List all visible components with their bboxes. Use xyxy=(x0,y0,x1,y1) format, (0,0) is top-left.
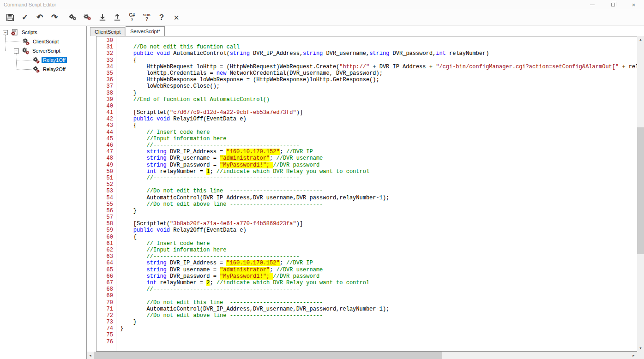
code-line: AutomaticControl(DVR_IP_Address,DVR_user… xyxy=(120,306,637,312)
scroll-right-button[interactable]: ► xyxy=(630,352,637,359)
sdk-help-button[interactable]: SDK ? xyxy=(139,11,154,24)
vertical-scroll-track[interactable] xyxy=(637,43,644,345)
line-number: 50 xyxy=(96,168,113,175)
tree-item-label: Scripts xyxy=(20,29,39,36)
collapse-icon[interactable]: − xyxy=(3,30,8,35)
line-number: 39 xyxy=(96,96,113,103)
code-line: // Insert code here xyxy=(120,129,637,136)
code-token: + DVR_IP_Address + xyxy=(369,64,436,70)
toolbar: ✓ ↶ ↷ C# ? SDK ? ? × xyxy=(0,9,644,26)
vertical-scroll-thumb[interactable] xyxy=(637,127,644,254)
code-line: AutomaticControl(DVR_IP_Address,DVR_user… xyxy=(120,195,637,201)
code-line: int relayNumber = 1; //indicate which DV… xyxy=(120,168,637,175)
code-token: public xyxy=(133,227,153,233)
close-editor-button[interactable]: × xyxy=(169,11,184,24)
code-token: } xyxy=(120,319,137,325)
export-button[interactable] xyxy=(110,11,125,24)
editor-content: 3031323334353637383940414243444546474849… xyxy=(87,36,644,352)
tree-item-relay2off[interactable]: Relay2Off xyxy=(0,65,86,74)
code-token: "c7d677c9-d12d-4a22-9cbf-eb53a7ed73fd" xyxy=(170,109,296,116)
line-number: 72 xyxy=(96,312,113,319)
tree-item-clientscript[interactable]: ClientScript xyxy=(0,37,86,46)
scroll-up-button[interactable]: ▲ xyxy=(637,36,644,43)
code-line xyxy=(120,103,637,109)
save-button[interactable] xyxy=(3,11,18,24)
code-token xyxy=(120,155,147,162)
code-line: //Input information here xyxy=(120,247,637,253)
code-token: Relay1Off(EventData e) xyxy=(170,116,247,122)
code-token: )] xyxy=(296,221,303,227)
tree-item-scripts[interactable]: − Scripts xyxy=(0,28,86,37)
code-token: + relayNumber.To xyxy=(619,64,637,70)
tab-serverscript[interactable]: ServerScript* xyxy=(126,26,165,36)
code-area[interactable]: //Do not edit this fucntion call public … xyxy=(116,37,637,351)
code-token: } xyxy=(120,208,137,214)
code-token: ; xyxy=(270,267,276,273)
vertical-scrollbar[interactable]: ▲ ▼ xyxy=(637,36,644,352)
horizontal-scrollbar[interactable]: ◄ ► xyxy=(87,352,637,359)
redo-button[interactable]: ↷ xyxy=(47,11,62,24)
undo-button[interactable]: ↶ xyxy=(32,11,47,24)
line-number: 33 xyxy=(96,57,113,64)
undo-icon: ↶ xyxy=(36,13,43,21)
editor-pane: ClientScript ServerScript* 3031323334353… xyxy=(87,26,644,359)
minimize-button[interactable] xyxy=(582,0,602,9)
validate-button[interactable]: ✓ xyxy=(18,11,32,24)
line-number: 55 xyxy=(96,201,113,208)
restore-button[interactable] xyxy=(602,0,623,9)
code-line: { xyxy=(120,57,637,64)
code-token xyxy=(120,149,147,155)
text-caret xyxy=(147,181,147,187)
line-number: 51 xyxy=(96,175,113,181)
code-line: //Do not edit above line ---------------… xyxy=(120,201,637,208)
code-line: loWebResponse.Close(); xyxy=(120,83,637,90)
line-number: 69 xyxy=(96,293,113,299)
code-line: //--------------------------------------… xyxy=(120,286,637,293)
code-line: [Scriptlet("c7d677c9-d12d-4a22-9cbf-eb53… xyxy=(120,109,637,116)
code-token: DVR_IP_Address = xyxy=(167,260,227,266)
code-token: //DVR IP xyxy=(286,149,313,155)
line-number: 73 xyxy=(96,319,113,325)
code-token: DVR_IP_Address, xyxy=(250,50,303,57)
check-icon: ✓ xyxy=(22,13,28,21)
code-token: DVR_password = xyxy=(167,162,220,168)
scroll-down-button[interactable]: ▼ xyxy=(637,345,644,352)
code-line: HttpWebRequest loHttp = (HttpWebRequest)… xyxy=(120,64,637,70)
horizontal-scroll-track[interactable] xyxy=(94,352,630,359)
code-token: void xyxy=(156,50,170,57)
code-line: { xyxy=(120,234,637,240)
line-number: 74 xyxy=(96,325,113,332)
script-gears-button[interactable] xyxy=(66,11,80,24)
line-number: 42 xyxy=(96,116,113,122)
code-token: DVR_username = xyxy=(167,155,220,162)
close-window-button[interactable]: × xyxy=(623,0,644,9)
code-token: string xyxy=(230,50,250,57)
code-token: //DVR password xyxy=(273,273,319,280)
code-token: { xyxy=(120,57,137,64)
script-gears-alt-button[interactable] xyxy=(80,11,95,24)
code-token: { xyxy=(120,122,137,129)
close-icon: × xyxy=(632,2,636,8)
scroll-left-button[interactable]: ◄ xyxy=(87,352,94,359)
window-title: Command Script Editor xyxy=(0,2,582,7)
tree-item-serverscript[interactable]: − ServerScript xyxy=(0,46,86,55)
scrollbar-corner xyxy=(637,352,644,359)
import-button[interactable] xyxy=(95,11,110,24)
horizontal-scroll-thumb[interactable] xyxy=(94,352,442,359)
code-token: //End of fucntion call AutomaticControl(… xyxy=(120,96,270,103)
gear-script-icon xyxy=(22,47,29,54)
line-number: 45 xyxy=(96,136,113,142)
csharp-help-button[interactable]: C# ? xyxy=(125,11,139,24)
tree-item-relay1off[interactable]: Relay1Off xyxy=(0,55,86,65)
tab-clientscript[interactable]: ClientScript xyxy=(90,27,125,36)
code-token xyxy=(120,267,147,273)
code-line: string DVR_username = "administrator"; /… xyxy=(120,155,637,162)
code-line xyxy=(120,293,637,299)
code-editor[interactable]: 3031323334353637383940414243444546474849… xyxy=(96,36,637,352)
code-line: public void AutomaticControl(string DVR_… xyxy=(120,50,637,57)
code-token xyxy=(120,50,133,57)
help-button[interactable]: ? xyxy=(154,11,169,24)
scroll-up-icon: ▲ xyxy=(639,38,642,41)
code-token: "administrator" xyxy=(220,267,270,273)
collapse-icon[interactable]: − xyxy=(14,48,19,54)
